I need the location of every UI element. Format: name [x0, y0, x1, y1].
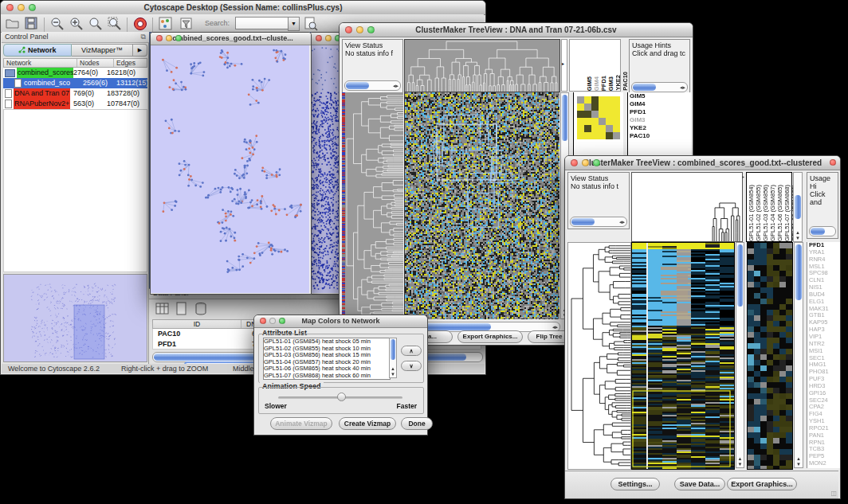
tv1-matrix-cell[interactable] [613, 111, 620, 118]
zoom-button[interactable] [279, 318, 285, 324]
tv2-status-scrollbar[interactable]: ◂▸ [570, 217, 627, 227]
close-button[interactable] [6, 4, 14, 11]
minimize-button[interactable] [325, 35, 332, 41]
tv1-matrix-cell[interactable] [584, 104, 591, 111]
tv1-heatmap[interactable] [404, 92, 559, 319]
close-button[interactable] [571, 159, 578, 166]
tv1-matrix-cell[interactable] [613, 118, 620, 125]
minimize-button[interactable] [269, 318, 276, 324]
zoom-selected-icon[interactable] [88, 17, 104, 33]
move-up-button[interactable]: ∧ [401, 346, 422, 356]
tab-overflow-arrow[interactable]: ▶ [133, 44, 147, 57]
tv1-matrix-cell[interactable] [606, 111, 613, 118]
tv1-matrix-cell[interactable] [613, 132, 620, 139]
treeview2-title-bar[interactable]: ClusterMaker TreeView : combined_scores_… [565, 156, 840, 170]
search-dropdown-arrow[interactable]: ▼ [288, 17, 300, 31]
slider-handle[interactable] [337, 393, 346, 401]
tv1-row-dendrogram[interactable] [342, 92, 403, 319]
network-list-item[interactable]: combined_sco2569(6)13112(15) [3, 78, 147, 88]
minimize-button[interactable] [356, 26, 363, 33]
search-input[interactable] [235, 17, 289, 29]
create-vizmap-button[interactable]: Create Vizmap [339, 417, 396, 430]
tv1-gene-label[interactable]: GIM3 [628, 116, 691, 124]
tv1-matrix-cell[interactable] [613, 96, 620, 104]
treeview1-title-bar[interactable]: ClusterMaker TreeView : DNA and Tran 07-… [340, 23, 693, 37]
tv1-matrix-cell[interactable] [591, 104, 599, 111]
network-view-canvas[interactable] [151, 45, 309, 293]
tv1-matrix-cell[interactable] [591, 118, 599, 125]
tv1-matrix-cell[interactable] [584, 125, 591, 132]
tv2-heatmap[interactable] [631, 242, 735, 470]
zoom-button[interactable] [175, 35, 182, 41]
tv2-zoom-heatmap[interactable] [747, 242, 793, 470]
table-icon[interactable] [155, 302, 170, 319]
tv2-vscrollbar[interactable]: ▲▼ [736, 242, 744, 468]
tv1-matrix-cell[interactable] [606, 96, 613, 104]
tv1-column-dendrogram[interactable] [404, 39, 560, 92]
tv1-gene-label[interactable]: PFD1 [628, 108, 691, 116]
tv1-matrix-cell[interactable] [584, 132, 591, 139]
help-lifering-icon[interactable] [133, 17, 149, 33]
network-overview-canvas[interactable] [4, 275, 147, 361]
zoom-fit-icon[interactable] [108, 17, 124, 33]
tv1-matrix-cell[interactable] [599, 96, 606, 104]
zoom-button[interactable] [367, 26, 375, 33]
attribute-list-scrollbar[interactable]: ▲▼ [389, 338, 397, 378]
tv1-matrix-cell[interactable] [599, 125, 606, 132]
animation-speed-slider[interactable] [278, 397, 402, 399]
zoom-out-icon[interactable] [50, 17, 66, 33]
close-button[interactable] [156, 35, 163, 41]
tv1-hints-scrollbar[interactable]: ◂▸ [631, 82, 688, 92]
tv1-matrix-cell[interactable] [591, 111, 599, 118]
export-graphics-button[interactable]: Export Graphics... [727, 478, 797, 490]
tv1-gene-label[interactable]: YKE2 [628, 124, 691, 132]
tv1-matrix-cell[interactable] [606, 125, 613, 132]
tv1-matrix-cell[interactable] [599, 132, 606, 139]
tv1-matrix-cell[interactable] [577, 111, 584, 118]
annotation-icon[interactable] [179, 17, 195, 33]
export-graphics-button[interactable]: Export Graphics... [457, 330, 523, 343]
network-overview-panel[interactable] [3, 274, 147, 362]
settings-button[interactable]: Settings... [610, 478, 660, 490]
tab-network[interactable]: Network [3, 44, 72, 57]
tv1-matrix-cell[interactable] [584, 118, 591, 125]
tv1-matrix-cell[interactable] [577, 118, 584, 125]
tv1-zoom-matrix[interactable] [577, 96, 620, 139]
tv2-row-dendrogram[interactable] [567, 242, 631, 470]
tv1-matrix-cell[interactable] [606, 132, 613, 139]
search-index-icon[interactable] [304, 17, 320, 33]
open-folder-icon[interactable] [6, 17, 22, 33]
tv1-status-scrollbar[interactable]: ◂▸ [344, 80, 401, 91]
save-icon[interactable] [25, 17, 41, 33]
tv1-matrix-cell[interactable] [591, 132, 599, 139]
zoom-button[interactable] [593, 159, 600, 166]
tv1-matrix-cell[interactable] [599, 104, 606, 111]
close-button[interactable] [260, 318, 266, 324]
save-data-button[interactable]: Save Data... [674, 478, 725, 490]
trash-icon[interactable] [194, 302, 208, 319]
minimize-button[interactable] [166, 35, 172, 41]
tv2-zoom-scrollbar[interactable]: ▲▼ [794, 242, 803, 468]
resize-grip[interactable]: ◫ [830, 490, 837, 497]
zoom-in-icon[interactable] [69, 17, 85, 33]
tv1-matrix-cell[interactable] [584, 96, 591, 104]
tv1-matrix-cell[interactable] [577, 132, 584, 139]
network-list-item[interactable]: combined_scores2764(0)16218(0) [3, 68, 147, 78]
attribute-list-item[interactable]: GPL51-07 (GSM868) heat shock 60 min [264, 373, 390, 380]
tv1-matrix-cell[interactable] [613, 104, 620, 111]
close-button[interactable] [316, 35, 322, 41]
move-down-button[interactable]: ∨ [401, 361, 422, 371]
minimize-button[interactable] [18, 4, 25, 11]
tv1-matrix-cell[interactable] [613, 125, 620, 132]
tv1-matrix-cell[interactable] [584, 111, 591, 118]
tv2-gene-label[interactable]: MON2 [807, 460, 840, 467]
float-panel-icon[interactable]: ⧉ [141, 33, 146, 41]
tv1-matrix-cell[interactable] [599, 111, 606, 118]
done-button[interactable]: Done [401, 417, 433, 430]
tv1-gene-label[interactable]: GIM5 [628, 92, 691, 100]
tv2-column-dendrogram[interactable] [631, 172, 743, 242]
tv2-hints-scrollbar[interactable] [809, 226, 836, 236]
tv1-matrix-cell[interactable] [591, 96, 599, 104]
main-title-bar[interactable]: Cytoscape Desktop (Session Name: collins… [1, 1, 485, 15]
new-doc-icon[interactable] [175, 302, 189, 319]
